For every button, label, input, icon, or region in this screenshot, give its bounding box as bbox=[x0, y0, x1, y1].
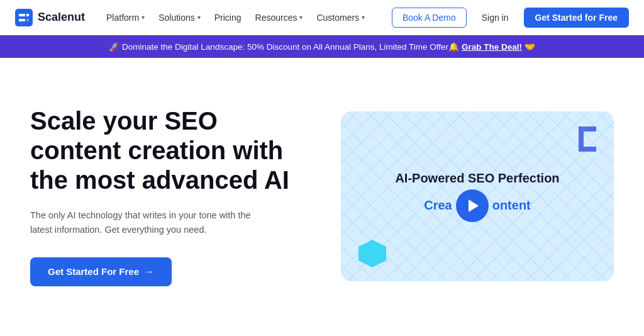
subtitle-start: Crea bbox=[424, 198, 452, 213]
sign-in-button[interactable]: Sign in bbox=[472, 8, 519, 27]
video-container: AI-Powered SEO Perfection Crea ontent bbox=[341, 111, 614, 281]
video-subtitle: Crea ontent bbox=[358, 189, 596, 222]
nav-item-platform[interactable]: Platform ▾ bbox=[100, 9, 151, 26]
hero-subtext: The only AI technology that writes in yo… bbox=[30, 208, 269, 237]
promo-emoji-end: 🤝 bbox=[525, 42, 535, 52]
get-started-nav-button[interactable]: Get Started for Free bbox=[524, 8, 629, 28]
svg-rect-1 bbox=[589, 126, 596, 132]
navbar: Scalenut Platform ▾ Solutions ▾ Pricing … bbox=[0, 0, 644, 35]
subtitle-end: ontent bbox=[492, 198, 531, 213]
hero-cta-button[interactable]: Get Started For Free → bbox=[30, 257, 172, 286]
chevron-down-icon: ▾ bbox=[142, 14, 145, 21]
nav-item-customers[interactable]: Customers ▾ bbox=[310, 9, 371, 26]
chevron-down-icon: ▾ bbox=[362, 14, 365, 21]
promo-text: 🚀 Dominate the Digital Landscape: 50% Di… bbox=[109, 42, 459, 52]
hero-right: AI-Powered SEO Perfection Crea ontent bbox=[341, 111, 614, 281]
hero-headline: Scale your SEO content creation with the… bbox=[30, 106, 303, 196]
hero-section: Scale your SEO content creation with the… bbox=[0, 58, 644, 322]
hero-left: Scale your SEO content creation with the… bbox=[30, 106, 303, 286]
grab-deal-link[interactable]: Grab The Deal! bbox=[462, 42, 522, 52]
logo-link[interactable]: Scalenut bbox=[15, 9, 85, 26]
hexagon-decoration bbox=[358, 240, 386, 267]
nav-item-resources[interactable]: Resources ▾ bbox=[249, 9, 309, 26]
nav-actions: Book A Demo Sign in Get Started for Free bbox=[392, 8, 629, 28]
video-title: AI-Powered SEO Perfection bbox=[358, 171, 596, 186]
promo-banner: 🚀 Dominate the Digital Landscape: 50% Di… bbox=[0, 35, 644, 58]
chevron-down-icon: ▾ bbox=[299, 14, 303, 21]
nav-item-pricing[interactable]: Pricing bbox=[208, 9, 248, 26]
play-button[interactable] bbox=[456, 189, 489, 222]
book-demo-button[interactable]: Book A Demo bbox=[392, 8, 467, 28]
brand-name: Scalenut bbox=[38, 11, 85, 24]
play-icon bbox=[469, 199, 479, 212]
nav-item-solutions[interactable]: Solutions ▾ bbox=[152, 9, 207, 26]
arrow-icon: → bbox=[144, 266, 154, 277]
svg-rect-0 bbox=[15, 9, 33, 26]
svg-rect-2 bbox=[589, 147, 596, 152]
logo-icon bbox=[15, 9, 33, 26]
video-inner: AI-Powered SEO Perfection Crea ontent bbox=[358, 171, 596, 222]
cta-label: Get Started For Free bbox=[48, 266, 139, 277]
chevron-down-icon: ▾ bbox=[197, 14, 201, 21]
bracket-decoration bbox=[574, 124, 599, 157]
nav-links: Platform ▾ Solutions ▾ Pricing Resources… bbox=[100, 9, 389, 26]
